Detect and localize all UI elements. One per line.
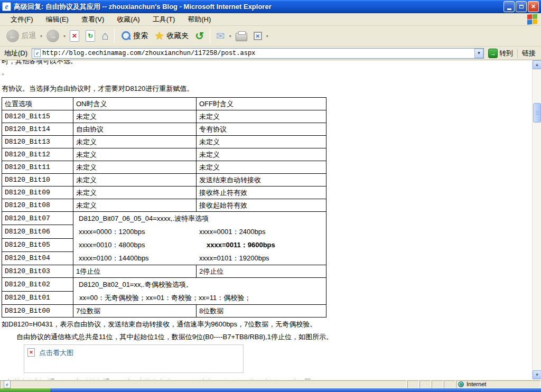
bit-cell: D8120_Bit08	[2, 199, 73, 212]
internet-globe-icon	[458, 381, 464, 387]
menu-item-file[interactable]: 文件(F)	[4, 13, 40, 26]
text-fragment: ÷	[2, 72, 532, 77]
go-button[interactable]: → 转到	[486, 48, 515, 59]
menu-item-edit[interactable]: 编辑(E)	[40, 13, 75, 26]
parity-merged-cell: D8120_Bit02_01=xx,.奇偶校验选项。 xx=00：无奇偶校验；x…	[73, 278, 327, 305]
off-cell: 未定义	[197, 161, 327, 174]
back-dropdown-icon[interactable]: ▾	[39, 34, 43, 39]
baud-option: xxxx=0001：2400bps	[199, 225, 265, 238]
windows-logo-icon	[527, 14, 538, 25]
status-page-icon: e	[4, 380, 11, 388]
table-row: D8120_Bit02 D8120_Bit02_01=xx,.奇偶校验选项。 x…	[2, 278, 327, 292]
address-input[interactable]	[42, 49, 474, 58]
bit-cell: D8120_Bit10	[2, 174, 73, 186]
history-button[interactable]: ↺	[192, 27, 207, 44]
status-bar: e Internet	[0, 379, 541, 388]
back-button[interactable]: ← 后退	[3, 27, 39, 44]
baud-merged-cell: D8120_Bit07_06_05_04=xxxx,.波特率选项 xxxx=00…	[73, 212, 327, 265]
scroll-down-icon[interactable]: ▼	[533, 370, 541, 379]
parity-title-line: D8120_Bit02_01=xx,.奇偶校验选项。	[76, 278, 323, 291]
table-row: D8120_Bit11 未定义 未定义	[2, 161, 327, 174]
bit-cell: D8120_Bit03	[2, 265, 73, 278]
address-dropdown-icon[interactable]: ▼	[474, 49, 483, 58]
links-label[interactable]: 链接	[517, 49, 539, 58]
history-icon: ↺	[195, 31, 204, 41]
edit-dropdown-icon[interactable]: ▾	[265, 34, 269, 39]
title-bar: e 高级回复: 自由协议及其应用 -- zhouxianchun's Blog …	[0, 0, 541, 13]
header-cell: OFF时含义	[197, 98, 327, 110]
menu-item-help[interactable]: 帮助(H)	[181, 13, 217, 26]
broken-image-box[interactable]: ✕ 点击看大图	[24, 344, 244, 373]
mail-dropdown-icon[interactable]: ▾	[228, 34, 232, 39]
on-cell: 未定义	[73, 199, 197, 212]
menu-item-favorites[interactable]: 收藏(A)	[110, 13, 146, 26]
print-button[interactable]	[232, 27, 250, 44]
refresh-icon: ↻	[86, 30, 95, 42]
mail-button[interactable]: ✉	[213, 27, 228, 44]
search-button[interactable]: 搜索	[117, 27, 151, 44]
forward-dropdown-icon[interactable]: ▾	[62, 34, 67, 39]
table-row: D8120_Bit15 未定义 未定义	[2, 110, 327, 123]
parity-options-line: xx=00：无奇偶校验；xx=01：奇校验；xx=11：偶校验；	[76, 291, 323, 304]
off-cell: 8位数据	[197, 305, 327, 318]
table-row: D8120_Bit08 未定义 接收起始符有效	[2, 199, 327, 212]
on-cell: 未定义	[73, 110, 197, 123]
on-cell: 未定义	[73, 136, 197, 148]
table-row: D8120_Bit10 未定义 发送结束自动转接收	[2, 174, 327, 186]
menu-item-view[interactable]: 查看(V)	[75, 13, 110, 26]
on-cell: 未定义	[73, 186, 197, 199]
close-button[interactable]: ✕	[528, 1, 539, 12]
page-icon: e	[34, 49, 41, 57]
bit-cell: D8120_Bit12	[2, 148, 73, 161]
bit-cell: D8120_Bit00	[2, 305, 73, 318]
minimize-button[interactable]	[503, 1, 515, 12]
scroll-up-icon[interactable]: ▲	[533, 60, 541, 69]
table-row: D8120_Bit14 自由协议 专有协议	[2, 123, 327, 136]
print-icon	[236, 33, 247, 41]
taskbar[interactable]	[0, 388, 541, 392]
back-icon: ←	[6, 30, 19, 42]
forward-button[interactable]: →	[43, 27, 62, 44]
refresh-button[interactable]: ↻	[82, 27, 98, 44]
bit-cell: D8120_Bit09	[2, 186, 73, 199]
toolbar-separator	[114, 29, 115, 43]
broken-image-caption[interactable]: 点击看大图	[39, 348, 73, 358]
status-pane	[419, 380, 431, 388]
toolbar: ← 后退 ▾ → ▾ ✕ ↻ ⌂ 搜索 ★ 收藏夹 ↺ ✉ ▾ ✕ ▾	[0, 26, 541, 46]
on-cell: 未定义	[73, 174, 197, 186]
stop-button[interactable]: ✕	[67, 27, 82, 44]
table-row: D8120_Bit12 未定义 未定义	[2, 148, 327, 161]
favorites-button[interactable]: ★ 收藏夹	[151, 27, 192, 44]
off-cell: 发送结束自动转接收	[197, 174, 327, 186]
off-cell: 专有协议	[197, 123, 327, 136]
stop-icon: ✕	[70, 30, 79, 42]
off-cell: 未定义	[197, 136, 327, 148]
table-row: D8120_Bit03 1停止位 2停止位	[2, 265, 327, 278]
edit-button[interactable]: ✕	[250, 27, 265, 44]
forward-icon: →	[46, 30, 59, 42]
home-button[interactable]: ⌂	[98, 27, 111, 44]
off-cell: 未定义	[197, 110, 327, 123]
start-button[interactable]	[0, 388, 50, 392]
table-row: D8120_Bit07 D8120_Bit07_06_05_04=xxxx,.波…	[2, 212, 327, 225]
bit-cell: D8120_Bit15	[2, 110, 73, 123]
vertical-scrollbar[interactable]: ▲ ▼	[532, 60, 541, 379]
off-cell: 2停止位	[197, 265, 327, 278]
baud-title-line: D8120_Bit07_06_05_04=xxxx,.波特率选项	[76, 212, 323, 225]
table-header-row: 位置选项 ON时含义 OFF时含义	[2, 98, 327, 110]
clipped-top-line: 时，其他各项可以不选。	[2, 60, 532, 66]
bit-cell: D8120_Bit01	[2, 291, 73, 305]
search-icon	[120, 31, 131, 41]
restore-button[interactable]	[516, 1, 527, 12]
off-cell: 未定义	[197, 148, 327, 161]
on-cell: 自由协议	[73, 123, 197, 136]
status-zone-label: Internet	[467, 381, 486, 387]
go-arrow-icon: →	[488, 49, 498, 58]
menu-item-tools[interactable]: 工具(T)	[146, 13, 182, 26]
table-row: D8120_Bit00 7位数据 8位数据	[2, 305, 327, 318]
go-label: 转到	[499, 49, 513, 58]
scrollbar-thumb[interactable]	[533, 103, 541, 123]
ie-logo-icon: e	[2, 2, 11, 11]
off-cell: 接收起始符有效	[197, 199, 327, 212]
toolbar-separator	[210, 29, 210, 43]
